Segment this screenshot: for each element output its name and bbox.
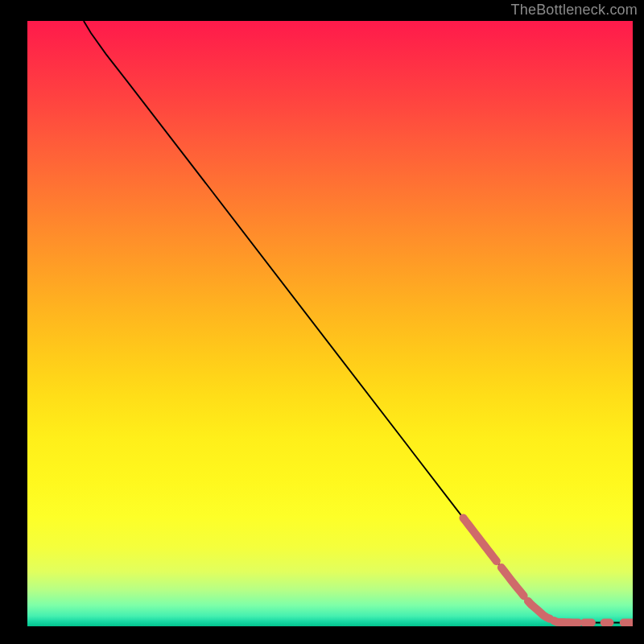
curve-svg xyxy=(27,21,633,626)
plot-area xyxy=(27,21,633,626)
highlight-group xyxy=(463,518,633,622)
highlight-span-2 xyxy=(528,601,550,619)
chart-stage: TheBottleneck.com xyxy=(0,0,644,644)
highlight-span-0 xyxy=(463,518,496,561)
attribution-text: TheBottleneck.com xyxy=(511,2,638,19)
bottleneck-curve-path xyxy=(84,21,633,622)
highlight-span-3 xyxy=(554,621,578,622)
highlight-span-1 xyxy=(502,568,524,596)
